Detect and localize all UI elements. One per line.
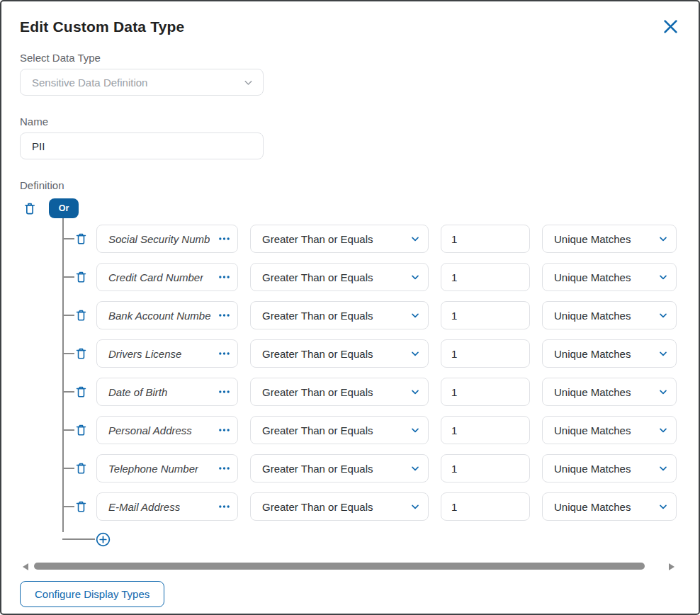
match-type-select[interactable]: Unique Matches (542, 301, 677, 329)
horizontal-scrollbar[interactable] (23, 562, 677, 570)
threshold-value-input[interactable] (441, 454, 530, 483)
condition-row: Date of Birth Greater Than or Equals Uni… (62, 378, 680, 406)
match-type-select[interactable]: Unique Matches (542, 492, 677, 521)
attribute-selector[interactable]: Social Security Numb (96, 225, 238, 253)
operator-select[interactable]: Greater Than or Equals (250, 301, 429, 329)
delete-condition-trash-icon[interactable] (74, 461, 88, 475)
operator-select[interactable]: Greater Than or Equals (250, 378, 429, 406)
attribute-selector[interactable]: Personal Address (96, 416, 238, 444)
delete-group-trash-icon[interactable] (23, 201, 37, 216)
match-type-value: Unique Matches (554, 501, 631, 513)
name-input[interactable] (20, 132, 264, 159)
threshold-value-input[interactable] (441, 378, 530, 406)
close-icon[interactable] (661, 17, 680, 36)
edit-custom-data-type-dialog: Edit Custom Data Type Select Data Type S… (0, 0, 700, 615)
scroll-left-icon[interactable] (23, 563, 28, 570)
more-options-icon[interactable] (218, 275, 230, 279)
scroll-right-icon[interactable] (669, 563, 674, 570)
match-type-value: Unique Matches (554, 463, 631, 475)
definition-tree: Social Security Numb Greater Than or Equ… (20, 225, 680, 548)
attribute-name: Date of Birth (108, 386, 167, 398)
match-type-select[interactable]: Unique Matches (542, 339, 677, 368)
operator-value: Greater Than or Equals (262, 271, 373, 283)
match-type-select[interactable]: Unique Matches (542, 416, 677, 444)
delete-condition-trash-icon[interactable] (74, 385, 88, 399)
chevron-down-icon (410, 386, 421, 397)
scrollbar-thumb[interactable] (34, 563, 645, 570)
attribute-name: Bank Account Numbe (108, 310, 211, 322)
chevron-down-icon (657, 348, 669, 359)
operator-select[interactable]: Greater Than or Equals (250, 416, 429, 444)
attribute-name: Drivers License (108, 348, 181, 360)
attribute-selector[interactable]: Date of Birth (96, 378, 238, 406)
attribute-selector[interactable]: Drivers License (96, 339, 238, 368)
match-type-select[interactable]: Unique Matches (542, 263, 677, 291)
delete-condition-trash-icon[interactable] (74, 500, 88, 514)
condition-row: Telephone Number Greater Than or Equals … (62, 454, 680, 483)
condition-row: Drivers License Greater Than or Equals U… (62, 339, 680, 368)
more-options-icon[interactable] (218, 466, 230, 470)
operator-select[interactable]: Greater Than or Equals (250, 492, 429, 521)
threshold-value-input[interactable] (441, 225, 530, 253)
chevron-down-icon (657, 386, 669, 397)
delete-condition-trash-icon[interactable] (74, 270, 88, 284)
attribute-name: Social Security Numb (108, 233, 210, 245)
attribute-selector[interactable]: Bank Account Numbe (96, 301, 238, 329)
chevron-down-icon (410, 310, 421, 321)
match-type-value: Unique Matches (554, 233, 631, 245)
add-condition-row (62, 531, 680, 548)
add-circle-icon[interactable] (95, 531, 111, 548)
dialog-header: Edit Custom Data Type (20, 18, 680, 36)
threshold-value-input[interactable] (441, 339, 530, 368)
operator-select[interactable]: Greater Than or Equals (250, 225, 429, 253)
delete-condition-trash-icon[interactable] (74, 232, 88, 246)
chevron-down-icon (410, 501, 421, 512)
attribute-name: Personal Address (108, 424, 192, 436)
more-options-icon[interactable] (218, 390, 230, 394)
match-type-value: Unique Matches (554, 271, 631, 283)
chevron-down-icon (410, 424, 421, 436)
chevron-down-icon (410, 348, 421, 359)
delete-condition-trash-icon[interactable] (74, 423, 88, 437)
threshold-value-input[interactable] (441, 492, 530, 521)
operator-select[interactable]: Greater Than or Equals (250, 454, 429, 483)
delete-condition-trash-icon[interactable] (74, 308, 88, 322)
match-type-select[interactable]: Unique Matches (542, 225, 677, 253)
condition-row: Personal Address Greater Than or Equals … (62, 416, 680, 444)
configure-display-types-button[interactable]: Configure Display Types (20, 581, 164, 607)
chevron-down-icon (657, 233, 669, 244)
threshold-value-input[interactable] (441, 263, 530, 291)
operator-value: Greater Than or Equals (262, 463, 373, 475)
match-type-select[interactable]: Unique Matches (542, 378, 677, 406)
operator-select[interactable]: Greater Than or Equals (250, 339, 429, 368)
chevron-down-icon (657, 463, 669, 474)
operator-select[interactable]: Greater Than or Equals (250, 263, 429, 291)
dialog-title: Edit Custom Data Type (20, 18, 185, 35)
attribute-selector[interactable]: Telephone Number (96, 454, 238, 483)
operator-value: Greater Than or Equals (262, 424, 373, 436)
more-options-icon[interactable] (218, 428, 230, 432)
threshold-value-input[interactable] (441, 416, 530, 444)
more-options-icon[interactable] (218, 351, 230, 356)
more-options-icon[interactable] (218, 504, 230, 509)
chevron-down-icon (410, 271, 421, 283)
operator-value: Greater Than or Equals (262, 310, 373, 322)
more-options-icon[interactable] (218, 237, 230, 241)
condition-row: E-Mail Address Greater Than or Equals Un… (62, 492, 680, 521)
data-type-select[interactable]: Sensitive Data Definition (20, 69, 264, 96)
operator-value: Greater Than or Equals (262, 501, 373, 513)
chevron-down-icon (657, 310, 669, 321)
data-type-label: Select Data Type (20, 52, 680, 64)
match-type-value: Unique Matches (554, 424, 631, 436)
match-type-value: Unique Matches (554, 310, 631, 322)
chevron-down-icon (657, 271, 669, 283)
delete-condition-trash-icon[interactable] (74, 346, 88, 361)
chevron-down-icon (657, 424, 669, 436)
match-type-select[interactable]: Unique Matches (542, 454, 677, 483)
attribute-selector[interactable]: E-Mail Address (96, 492, 238, 521)
more-options-icon[interactable] (218, 313, 230, 317)
attribute-selector[interactable]: Credit Card Number (96, 263, 238, 291)
attribute-name: Credit Card Number (108, 271, 203, 283)
group-operator-button[interactable]: Or (49, 198, 79, 218)
threshold-value-input[interactable] (441, 301, 530, 329)
